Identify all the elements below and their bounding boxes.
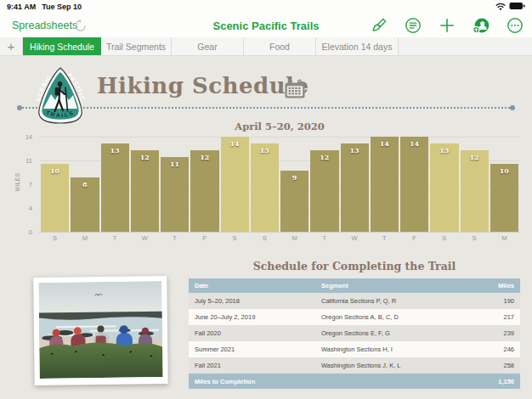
more-icon[interactable] [507, 17, 524, 34]
x-tick-label: T [161, 234, 189, 242]
bar-column: 12 [131, 137, 159, 232]
hikers-coast-photo[interactable] [33, 276, 168, 385]
status-right [495, 2, 525, 12]
table-header-row[interactable]: DateSegmentMiles [189, 278, 520, 293]
bar[interactable]: 13 [430, 143, 458, 232]
table-cell[interactable]: June 20–July 2, 2019 [189, 313, 321, 321]
table-cell[interactable]: Washington Sections J, K, L [321, 362, 473, 369]
y-axis-labels: 1411740 [20, 137, 36, 232]
bar[interactable]: 9 [280, 171, 308, 232]
table-row[interactable]: Fall 2021Washington Sections J, K, L258 [189, 357, 520, 374]
table-header-cell: Date [189, 282, 321, 289]
y-tick-label: 14 [25, 133, 32, 141]
bar[interactable]: 14 [400, 137, 428, 232]
bar[interactable]: 14 [371, 137, 399, 232]
bar[interactable]: 13 [251, 143, 279, 232]
tab-elevation-14-days[interactable]: Elevation 14 days [316, 37, 399, 55]
bar-column: 11 [161, 137, 189, 232]
format-brush-icon[interactable] [371, 17, 388, 34]
table-header-cell: Segment [321, 282, 473, 289]
toolbar: Spreadsheets Scenic Pacific Trails [0, 14, 532, 37]
bar-value-label: 10 [490, 166, 518, 175]
tab-label: Hiking Schedule [30, 42, 94, 52]
add-icon[interactable] [439, 17, 456, 34]
bar[interactable]: 12 [190, 150, 218, 232]
bar[interactable]: 13 [341, 143, 369, 232]
completion-table[interactable]: Schedule for Completing the Trail DateSe… [189, 260, 520, 389]
status-left: 9:41 AM Tue Sep 10 [7, 3, 82, 11]
sheet-canvas[interactable]: SCENIC PACIFIC TRAILS Hiking Schedule Ap… [0, 56, 532, 399]
tab-gear[interactable]: Gear [172, 37, 244, 55]
table-cell[interactable]: Washington Sections H, I [321, 346, 473, 353]
add-sheet-button[interactable]: + [0, 37, 23, 55]
bar-value-label: 14 [221, 139, 249, 148]
bar[interactable]: 12 [131, 150, 159, 232]
bar[interactable]: 14 [221, 137, 249, 232]
bar-column: 13 [101, 137, 129, 232]
tab-food[interactable]: Food [244, 37, 316, 55]
page-title[interactable]: Hiking Schedule [97, 73, 309, 98]
x-tick-label: S [221, 234, 249, 242]
table-footer-value: 1,150 [473, 378, 520, 385]
bar[interactable]: 13 [101, 143, 129, 232]
table-cell[interactable]: California Sections P, Q, R [321, 297, 473, 305]
table-cell[interactable]: 217 [473, 313, 520, 321]
table-row[interactable]: July 5–20, 2018California Sections P, Q,… [189, 293, 520, 309]
table-cell[interactable]: 239 [473, 329, 520, 337]
calendar-icon [284, 79, 306, 103]
table-cell[interactable]: Oregon Sections A, B, C, D [321, 313, 473, 321]
bar-column: 13 [341, 137, 369, 232]
bar[interactable]: 8 [71, 177, 99, 232]
y-tick-label: 0 [29, 228, 32, 236]
toolbar-actions [371, 17, 524, 34]
bar-column: 9 [280, 137, 308, 232]
bar-column: 13 [430, 137, 458, 232]
x-tick-label: F [400, 234, 428, 242]
table-cell[interactable]: Fall 2020 [189, 329, 321, 337]
bar-value-label: 11 [161, 160, 189, 168]
bar[interactable]: 12 [461, 150, 489, 232]
table-row[interactable]: Fall 2020Oregon Sections E, F, G239 [189, 325, 520, 341]
bar[interactable]: 12 [310, 150, 338, 232]
bar-value-label: 9 [280, 173, 308, 182]
table-cell[interactable]: 246 [473, 346, 520, 353]
bar[interactable]: 10 [41, 164, 69, 232]
x-tick-label: S [430, 234, 458, 242]
miles-bar-chart[interactable]: April 5–20, 2020 MILES 1411740 108131211… [17, 121, 520, 244]
x-tick-label: W [131, 234, 159, 242]
table-cell[interactable]: Oregon Sections E, F, G [321, 329, 473, 337]
tab-trail-segments[interactable]: Trail Segments [101, 37, 172, 55]
collaborate-icon[interactable] [473, 17, 490, 34]
tab-hiking-schedule[interactable]: Hiking Schedule [23, 37, 101, 55]
clock-time: 9:41 AM [7, 3, 36, 11]
tab-label: Trail Segments [106, 42, 166, 52]
x-tick-label: T [310, 234, 338, 242]
dotted-line-endpoint [17, 105, 22, 110]
bar-value-label: 8 [71, 180, 99, 188]
bar[interactable]: 10 [490, 164, 518, 232]
x-axis-labels: SMTWTFSSMTWTFSSM [39, 232, 520, 244]
scenic-pacific-trails-logo[interactable]: SCENIC PACIFIC TRAILS [31, 66, 90, 126]
table-row[interactable]: June 20–July 2, 2019Oregon Sections A, B… [189, 309, 520, 325]
bar-column: 14 [221, 137, 249, 232]
bar-value-label: 13 [101, 146, 129, 155]
table-body: July 5–20, 2018California Sections P, Q,… [189, 293, 520, 374]
clock-date: Tue Sep 10 [42, 3, 82, 11]
bar-column: 13 [251, 137, 279, 232]
bar-value-label: 10 [41, 166, 69, 175]
table-cell[interactable]: July 5–20, 2018 [189, 297, 321, 305]
x-tick-label: F [190, 234, 218, 242]
table-cell[interactable]: Fall 2021 [189, 362, 321, 369]
table-cell[interactable]: 190 [473, 297, 520, 305]
bar[interactable]: 11 [161, 157, 189, 232]
table-row[interactable]: Summer 2021Washington Sections H, I246 [189, 341, 520, 357]
table-footer-row[interactable]: Miles to Completion 1,150 [189, 374, 520, 389]
table-cell[interactable]: 258 [473, 362, 520, 369]
x-tick-label: S [461, 234, 489, 242]
y-tick-label: 11 [25, 157, 32, 165]
table-cell[interactable]: Summer 2021 [189, 346, 321, 353]
view-options-icon[interactable] [405, 17, 422, 34]
bar-value-label: 13 [341, 146, 369, 155]
bar-column: 12 [190, 137, 218, 232]
y-axis-title: MILES [14, 157, 20, 208]
